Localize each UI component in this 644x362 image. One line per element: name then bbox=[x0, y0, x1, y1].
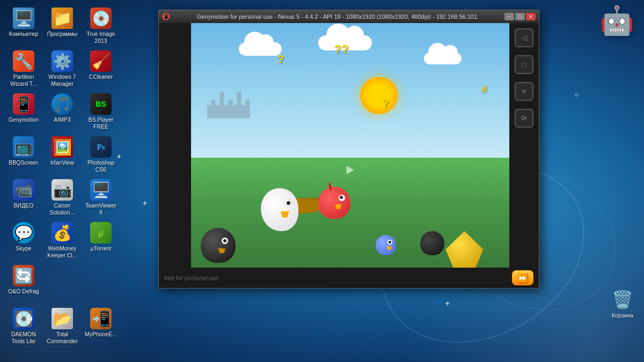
genymotion-window: 📱 Genymotion for personal use - Nexus 5 … bbox=[158, 10, 539, 289]
bsplayer-icon-img: BS bbox=[90, 93, 112, 115]
bird-blue-eye bbox=[387, 240, 392, 245]
aimp-icon-img: 🎵 bbox=[52, 93, 73, 115]
icon-utorrent[interactable]: µ µTorrent bbox=[83, 220, 119, 262]
icon-totalcmd-label: Total Commander bbox=[45, 331, 80, 344]
icon-trueimage[interactable]: 💿 True Image 2013 bbox=[83, 5, 119, 47]
icon-teamviewer-label: TeamViewer 9 bbox=[83, 202, 119, 216]
android-back-button[interactable]: ◁ bbox=[515, 28, 533, 47]
window-titlebar[interactable]: 📱 Genymotion for personal use - Nexus 5 … bbox=[159, 10, 539, 23]
oodefrag-icon-img: 🔄 bbox=[13, 265, 34, 286]
bird-black-bomb bbox=[201, 228, 236, 263]
icon-irfanview[interactable]: 🖼️ IrfanView bbox=[44, 134, 80, 176]
bird-white bbox=[261, 188, 298, 231]
window-controls: – □ ✕ bbox=[504, 13, 536, 20]
desktop-icon-grid: 🖥️ Компьютер 📁 Программы 💿 True Image 20… bbox=[5, 5, 120, 362]
bird-black-body bbox=[201, 228, 236, 263]
icon-programs-label: Программы bbox=[47, 31, 78, 38]
icon-oodefrag-label: O&O Defrag bbox=[8, 288, 39, 295]
icon-empty-row7-2 bbox=[44, 263, 80, 305]
bird-red-eye bbox=[339, 195, 345, 201]
bird-red bbox=[318, 187, 350, 219]
icon-myphone[interactable]: 📲 MyPhoneE... bbox=[83, 306, 119, 348]
play-button[interactable]: ⏩ bbox=[512, 270, 533, 285]
icon-computer-label: Компьютер bbox=[9, 31, 38, 38]
cloud-3 bbox=[424, 53, 462, 64]
desktop: ✦ ✦ ✦ ✧ 🖥️ Компьютер 📁 Программы 💿 True … bbox=[0, 0, 644, 362]
window-title: Genymotion for personal use - Nexus 5 - … bbox=[172, 13, 502, 20]
icon-daemon-label: DAEMON Tools Lite bbox=[6, 331, 41, 344]
recycle-bin-img: 🗑️ bbox=[612, 289, 633, 311]
icon-totalcmd[interactable]: 📂 Total Commander bbox=[44, 306, 80, 348]
webmoney-icon-img: 💰 bbox=[52, 222, 73, 243]
icon-canon[interactable]: 📷 Canon Solution... bbox=[44, 177, 80, 219]
left-panel bbox=[159, 23, 191, 268]
icon-daemon[interactable]: 💽 DAEMON Tools Lite bbox=[5, 306, 42, 348]
icon-video[interactable]: 📹 ВИДЕО bbox=[5, 177, 42, 219]
window-app-icon: 📱 bbox=[162, 13, 170, 20]
icon-teamviewer[interactable]: 🖥️ TeamViewer 9 bbox=[83, 177, 119, 219]
window-content-area: ? ?? ? # bbox=[159, 23, 539, 268]
game-scene: ? ?? ? # bbox=[191, 23, 509, 268]
android-rotate-button[interactable]: ⟳ bbox=[515, 109, 533, 128]
sparkle-3: ✦ bbox=[444, 299, 451, 308]
computer-icon-img: 🖥️ bbox=[13, 8, 34, 29]
icon-skype-label: Skype bbox=[16, 245, 31, 252]
android-home-button[interactable]: □ bbox=[515, 55, 533, 74]
recycle-bin-icon[interactable]: 🗑️ Корзина bbox=[612, 289, 633, 319]
bird-blue-small bbox=[376, 235, 396, 255]
icon-genymotion[interactable]: 📱 Genymotion bbox=[5, 91, 42, 133]
sparkle-4: ✧ bbox=[573, 91, 580, 99]
emulator-screen[interactable]: ? ?? ? # bbox=[191, 23, 509, 268]
icon-canon-label: Canon Solution... bbox=[45, 202, 80, 216]
window-minimize-button[interactable]: – bbox=[504, 13, 514, 20]
icon-utorrent-label: µTorrent bbox=[91, 245, 112, 252]
android-recents-button[interactable]: ≡ bbox=[515, 82, 533, 101]
bird-white-body bbox=[261, 188, 298, 231]
icon-programs[interactable]: 📁 Программы bbox=[44, 5, 80, 47]
window-maximize-button[interactable]: □ bbox=[515, 13, 525, 20]
icon-video-label: ВИДЕО bbox=[14, 202, 34, 209]
w7manager-icon-img: ⚙️ bbox=[52, 50, 73, 72]
icon-genymotion-label: Genymotion bbox=[9, 116, 39, 123]
recycle-bin-label: Корзина bbox=[612, 312, 633, 319]
bird-yellow bbox=[445, 231, 483, 268]
sparkle-2: ✦ bbox=[142, 199, 148, 208]
icon-photoshop[interactable]: Ps Photoshop CS6 bbox=[83, 134, 119, 176]
icon-skype[interactable]: 💬 Skype bbox=[5, 220, 42, 262]
hashtag-symbol: # bbox=[481, 84, 487, 95]
icon-w7manager[interactable]: ⚙️ Windows 7 Manager bbox=[44, 48, 80, 90]
bird-yellow-body bbox=[445, 231, 483, 268]
utorrent-icon-img: µ bbox=[90, 222, 112, 243]
icon-ccleaner[interactable]: 🧹 CCleaner bbox=[83, 48, 119, 90]
android-nav-panel: ◁ □ ≡ ⟳ bbox=[509, 23, 539, 268]
partition-icon-img: 🔧 bbox=[13, 50, 34, 72]
bird-black2-body bbox=[420, 231, 444, 255]
icon-bbqscreen-label: BBQScreen bbox=[9, 159, 38, 166]
genymotion-icon-img: 📱 bbox=[13, 93, 34, 115]
bird-white-eye bbox=[284, 199, 292, 206]
icon-photoshop-label: Photoshop CS6 bbox=[83, 159, 119, 173]
icon-computer[interactable]: 🖥️ Компьютер bbox=[5, 5, 42, 47]
icon-webmoney[interactable]: 💰 WebMoney Keeper Cl... bbox=[44, 220, 80, 262]
window-close-button[interactable]: ✕ bbox=[526, 13, 536, 20]
teamviewer-icon-img: 🖥️ bbox=[90, 179, 112, 201]
icon-bsplayer-label: BS.Player FREE bbox=[83, 116, 119, 130]
canon-icon-img: 📷 bbox=[52, 179, 73, 201]
icon-bsplayer[interactable]: BS BS.Player FREE bbox=[83, 91, 119, 133]
watermark-text: free for personal use bbox=[164, 275, 218, 281]
android-mascot: 🤖 bbox=[599, 4, 634, 37]
icon-empty-row7-3 bbox=[83, 263, 119, 305]
icon-ccleaner-label: CCleaner bbox=[89, 73, 113, 80]
totalcmd-icon-img: 📂 bbox=[52, 308, 73, 329]
question-mark-3: ? bbox=[382, 97, 389, 110]
icon-aimp[interactable]: 🎵 AIMP3 bbox=[44, 91, 80, 133]
icon-partition[interactable]: 🔧 Partition Wizard T... bbox=[5, 48, 42, 90]
bird-red-body bbox=[318, 187, 350, 219]
video-icon-img: 📹 bbox=[13, 179, 34, 201]
programs-icon-img: 📁 bbox=[52, 8, 73, 29]
icon-bbqscreen[interactable]: 📺 BBQScreen bbox=[5, 134, 42, 176]
icon-myphone-label: MyPhoneE... bbox=[85, 331, 117, 338]
window-bottom-bar: free for personal use ⏩ bbox=[159, 268, 539, 288]
icon-irfanview-label: IrfanView bbox=[50, 159, 74, 166]
icon-oodefrag[interactable]: 🔄 O&O Defrag bbox=[5, 263, 42, 305]
